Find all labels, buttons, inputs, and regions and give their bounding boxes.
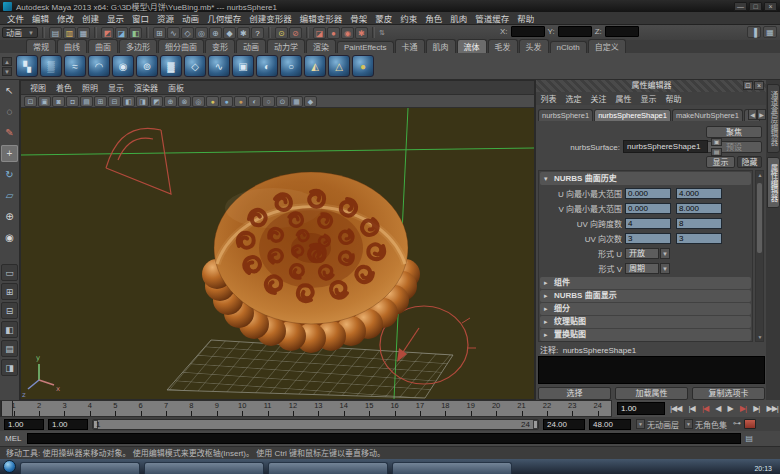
taskbar-app-2[interactable] [144, 462, 264, 474]
open-scene-icon[interactable]: ▥ [63, 27, 76, 39]
shelf-tab-5[interactable]: 细分曲面 [158, 39, 204, 53]
ipr-render-icon[interactable]: ◉ [341, 27, 354, 39]
split-pane-layout-button[interactable]: ◧ [1, 321, 18, 338]
animation-end-field[interactable]: 48.00 [589, 419, 631, 430]
attribute-editor-title[interactable]: 属性编辑器 [536, 80, 767, 92]
anim-layer-dropdown[interactable]: 无动画层 [647, 419, 679, 430]
collapsed-section-4[interactable]: 纹理贴图 [540, 316, 751, 328]
degree-u-field[interactable]: 3 [625, 233, 671, 244]
frame-label-12[interactable]: 12 [280, 401, 305, 416]
scrollbar[interactable]: ▲ ▼ [755, 170, 764, 342]
hide-button[interactable]: 隐藏 [737, 156, 762, 168]
current-frame-field[interactable]: 1.00 [617, 402, 665, 415]
snap-grid-icon[interactable]: ⊞ [153, 27, 166, 39]
shelf-tab-1[interactable]: 常规 [26, 39, 56, 53]
frame-label-6[interactable]: 6 [128, 401, 153, 416]
fluid-2d-icon[interactable]: ▒ [40, 55, 62, 77]
snap-curve-icon[interactable]: ∿ [167, 27, 180, 39]
boat-icon[interactable]: ◭ [304, 55, 326, 77]
selected-curve-fan[interactable] [106, 128, 171, 194]
step-back-frame-button[interactable]: |◀ [689, 402, 695, 415]
taskbar-app-3[interactable] [268, 462, 388, 474]
ocean-wake-icon[interactable]: ◐ [256, 55, 278, 77]
pond-icon[interactable]: ◠ [88, 55, 110, 77]
perspective-view[interactable]: y x z [21, 108, 534, 399]
frame-label-20[interactable]: 20 [483, 401, 508, 416]
soft-modification-tool[interactable]: ◉ [1, 229, 18, 246]
outliner-pane-layout-button[interactable]: ▤ [1, 340, 18, 357]
play-backwards-button[interactable]: ◀ [715, 402, 720, 415]
menu-item-8[interactable]: 动画 [178, 12, 203, 24]
menu-item-18[interactable]: 帮助 [513, 12, 538, 24]
playback-range-bar[interactable]: 1 24 [92, 419, 539, 430]
paint-select-tool[interactable]: ✎ [1, 124, 18, 141]
ae-menu-item-4[interactable]: 属性 [611, 93, 636, 104]
shelf-up-icon[interactable]: ▲ [2, 57, 12, 66]
exposure-icon[interactable]: ▦ [290, 96, 303, 107]
fluid-emitter-icon[interactable]: ◉ [112, 55, 134, 77]
panel-menu-item-4[interactable]: 显示 [103, 82, 129, 93]
go-to-start-button[interactable]: |◀◀ [670, 402, 681, 415]
panel-menu-item-6[interactable]: 面板 [163, 82, 189, 93]
max-u-field[interactable]: 4.000 [676, 188, 722, 199]
film-gate-icon[interactable]: ◧ [122, 96, 135, 107]
frame-label-9[interactable]: 9 [204, 401, 229, 416]
shelf-tab-12[interactable]: 肌肉 [426, 39, 456, 53]
menu-item-5[interactable]: 显示 [103, 12, 128, 24]
shelf-tab-10[interactable]: PaintEffects [337, 41, 394, 53]
new-scene-icon[interactable]: ▤ [49, 27, 62, 39]
menu-item-7[interactable]: 资源 [153, 12, 178, 24]
resolution-gate-icon[interactable]: ◨ [136, 96, 149, 107]
command-input[interactable] [27, 433, 741, 444]
textured-icon[interactable]: ● [220, 96, 233, 107]
show-button[interactable]: 显示 [706, 156, 735, 168]
ae-bottom-button-1[interactable]: 选择 [538, 387, 611, 400]
focus-button[interactable]: 聚焦 [706, 126, 762, 138]
chevron-down-icon[interactable]: ▼ [660, 248, 670, 259]
scroll-down-icon[interactable]: ▼ [756, 333, 764, 341]
frame-label-8[interactable]: 8 [179, 401, 204, 416]
ae-menu-item-2[interactable]: 选定 [561, 93, 586, 104]
channel-box-layer-editor-tab[interactable]: 通道盒/层编辑器 [767, 84, 780, 153]
attribute-editor-tab[interactable]: 属性编辑器 [767, 157, 780, 209]
form-u-dropdown[interactable]: 开放 [625, 248, 659, 259]
persp-outliner-layout-button[interactable]: ◨ [1, 359, 18, 376]
menu-set-dropdown[interactable]: 动画 ▼ [2, 27, 38, 38]
shelf-tab-11[interactable]: 卡通 [395, 39, 425, 53]
shelf-down-icon[interactable]: ▼ [2, 67, 12, 76]
frame-label-24[interactable]: 24 [585, 401, 610, 416]
isolate-select-icon[interactable]: ○ [262, 96, 275, 107]
frame-label-7[interactable]: 7 [153, 401, 178, 416]
lasso-select-tool[interactable]: ◌ [1, 103, 18, 120]
render-current-icon[interactable]: ● [327, 27, 340, 39]
menu-item-11[interactable]: 编辑变形器 [296, 12, 347, 24]
image-plane-icon[interactable]: ▤ [80, 96, 93, 107]
fluid-3d-icon[interactable]: ▚ [16, 55, 38, 77]
xray-icon[interactable]: ⊙ [276, 96, 289, 107]
frame-label-15[interactable]: 15 [356, 401, 381, 416]
minimize-button[interactable]: — [734, 2, 747, 11]
frame-label-5[interactable]: 5 [103, 401, 128, 416]
shelf-tab-14[interactable]: 毛发 [488, 39, 518, 53]
shelf-tab-7[interactable]: 动画 [236, 39, 266, 53]
collapsed-section-5[interactable]: 置换贴图 [540, 329, 751, 341]
command-line-label[interactable]: MEL [5, 434, 21, 443]
frame-label-14[interactable]: 14 [331, 401, 356, 416]
pan-zoom-icon[interactable]: ⊞ [94, 96, 107, 107]
select-tool[interactable]: ↖ [1, 82, 18, 99]
fluid-cache-icon[interactable]: ▣ [232, 55, 254, 77]
snap-point-icon[interactable]: ⊕ [209, 27, 222, 39]
z-input[interactable] [605, 26, 639, 37]
frame-label-19[interactable]: 19 [458, 401, 483, 416]
lock-icon[interactable]: ⊙ [275, 27, 288, 39]
pond-wake-icon[interactable]: ○ [280, 55, 302, 77]
tab-scroll-right-icon[interactable]: ▶ [757, 109, 766, 120]
select-component-icon[interactable]: ◧ [129, 27, 142, 39]
notes-textarea[interactable] [538, 356, 765, 384]
shelf-tab-2[interactable]: 曲线 [57, 39, 87, 53]
menu-item-14[interactable]: 约束 [396, 12, 421, 24]
shelf-tab-8[interactable]: 动力学 [267, 39, 305, 53]
gradient-fluid-icon[interactable]: ▓ [160, 55, 182, 77]
x-input[interactable] [511, 26, 545, 37]
shelf-tab-4[interactable]: 多边形 [119, 39, 157, 53]
